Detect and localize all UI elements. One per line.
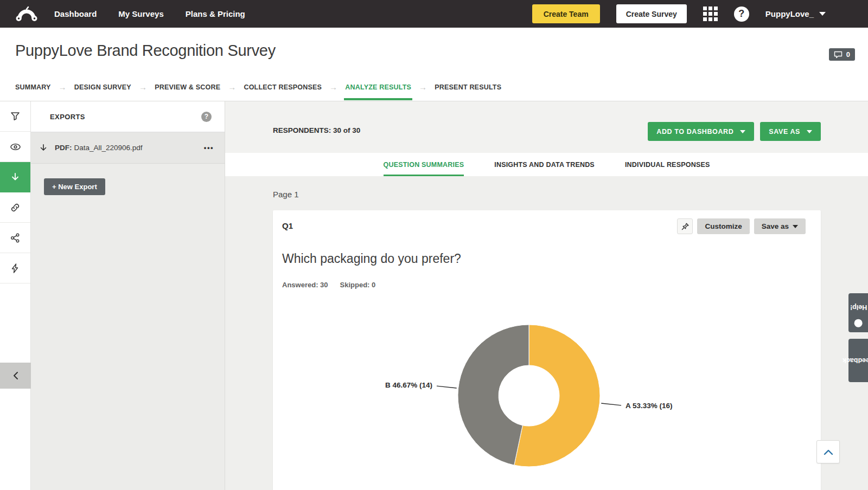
chevron-up-icon (824, 449, 833, 455)
export-more-menu-icon[interactable]: ••• (204, 144, 214, 152)
survey-title: PuppyLove Brand Recognition Survey (15, 42, 276, 60)
share-icon (10, 233, 21, 243)
question-save-as-button[interactable]: Save as (754, 218, 806, 234)
export-type: PDF: (55, 144, 72, 152)
customize-label: Customize (705, 222, 742, 230)
results-tab[interactable]: QUESTION SUMMARIES (384, 153, 464, 176)
step-arrow-icon: → (59, 82, 67, 92)
chevron-left-icon (12, 371, 20, 380)
question-card: Q1 Customize Save as Which packaging do … (273, 210, 821, 490)
save-as-label: SAVE AS (769, 128, 800, 136)
help-tab-label: Help! (850, 304, 866, 311)
download-icon (10, 172, 21, 183)
export-file-label: PDF:Data_All_220906.pdf (55, 144, 143, 152)
preview-rail-item[interactable] (0, 132, 30, 162)
left-icon-rail (0, 101, 31, 490)
page-header: PuppyLove Brand Recognition Survey 0 (0, 28, 868, 73)
respondents-bar: RESPONDENTS: 30 of 30 ADD TO DASHBOARD S… (225, 101, 868, 153)
topnav-right: Create Team Create Survey ? PuppyLove_ (532, 4, 854, 23)
survey-step[interactable]: DESIGN SURVEY → (74, 82, 155, 92)
donut-slice-label: B 46.67% (14) (385, 381, 432, 389)
donut-slice-label: A 53.33% (16) (626, 402, 673, 410)
nav-my-surveys[interactable]: My Surveys (118, 9, 163, 18)
feedback-tab-label: Feedback (843, 357, 868, 364)
add-to-dashboard-button[interactable]: ADD TO DASHBOARD (648, 122, 754, 141)
filter-rail-item[interactable] (0, 101, 30, 132)
step-arrow-icon: → (419, 82, 427, 92)
donut-callout-line (601, 403, 621, 405)
question-number: Q1 (282, 221, 293, 230)
automate-rail-item[interactable] (0, 253, 30, 283)
pushpin-icon (680, 222, 690, 231)
feedback-edge-tab[interactable]: Feedback (848, 339, 868, 382)
new-export-button[interactable]: + New Export (44, 178, 105, 195)
step-arrow-icon: → (228, 82, 236, 92)
analyze-results-main: RESPONDENTS: 30 of 30 ADD TO DASHBOARD S… (225, 101, 868, 490)
survey-step[interactable]: PRESENT RESULTS → (435, 83, 501, 91)
question-save-as-label: Save as (762, 222, 789, 230)
customize-button[interactable]: Customize (697, 218, 749, 234)
survey-steps-bar: SUMMARY → DESIGN SURVEY → PREVIEW & SCOR… (0, 73, 868, 101)
exports-rail-item[interactable] (0, 162, 30, 192)
exports-title: EXPORTS (50, 113, 85, 121)
exports-help-icon[interactable]: ? (201, 112, 212, 122)
nav-plans-pricing[interactable]: Plans & Pricing (186, 9, 245, 18)
apps-grid-icon[interactable] (703, 7, 718, 21)
results-tabs: QUESTION SUMMARIES INSIGHTS AND DATA TRE… (225, 153, 868, 176)
lightning-icon (10, 263, 21, 274)
question-card-actions: Customize Save as (677, 218, 806, 234)
chevron-down-icon (819, 12, 826, 16)
create-team-button[interactable]: Create Team (532, 4, 600, 23)
user-menu[interactable]: PuppyLove_ (765, 9, 826, 18)
create-survey-button[interactable]: Create Survey (616, 4, 687, 23)
exports-header: EXPORTS ? (31, 101, 225, 132)
results-tabs-bar: QUESTION SUMMARIES INSIGHTS AND DATA TRE… (225, 153, 868, 176)
results-tab[interactable]: INSIGHTS AND DATA TRENDS (494, 153, 595, 176)
exports-panel: EXPORTS ? PDF:Data_All_220906.pdf ••• + … (31, 101, 225, 490)
results-tab[interactable]: INDIVIDUAL RESPONSES (625, 153, 710, 176)
survey-steps: SUMMARY → DESIGN SURVEY → PREVIEW & SCOR… (0, 73, 868, 101)
export-filename: Data_All_220906.pdf (74, 144, 143, 152)
surveymonkey-logo[interactable] (14, 5, 39, 23)
filter-icon (10, 111, 21, 122)
answered-count: Answered: 30 (282, 281, 328, 289)
help-edge-tab[interactable]: ?Help! (848, 293, 868, 332)
donut-chart-svg: A 53.33% (16)B 46.67% (14) (273, 304, 821, 490)
nav-dashboard[interactable]: Dashboard (54, 9, 97, 18)
collapse-panel-button[interactable] (0, 363, 31, 389)
question-title: Which packaging do you prefer? (282, 252, 461, 266)
link-icon (10, 202, 21, 213)
survey-step[interactable]: COLLECT RESPONSES → (244, 82, 345, 92)
speech-bubble-icon (834, 51, 843, 59)
survey-step[interactable]: SUMMARY → (15, 82, 74, 92)
comments-badge[interactable]: 0 (829, 48, 855, 61)
survey-step[interactable]: ANALYZE RESULTS → (345, 82, 435, 92)
skipped-count: Skipped: 0 (340, 281, 376, 289)
donut-slice-B[interactable] (458, 325, 529, 465)
shared-data-rail-item[interactable] (0, 192, 30, 223)
scroll-to-top-button[interactable] (816, 440, 840, 463)
step-arrow-icon: → (329, 82, 337, 92)
share-rail-item[interactable] (0, 223, 30, 253)
chevron-down-icon (740, 130, 745, 133)
download-icon (39, 143, 48, 153)
username: PuppyLove_ (765, 9, 814, 18)
help-icon[interactable]: ? (734, 7, 749, 22)
survey-step[interactable]: PREVIEW & SCORE → (155, 82, 244, 92)
save-as-button[interactable]: SAVE AS (760, 122, 821, 141)
chevron-down-icon (807, 130, 812, 133)
comments-count: 0 (846, 50, 850, 59)
export-row[interactable]: PDF:Data_All_220906.pdf ••• (31, 132, 225, 164)
question-circle-icon: ? (854, 319, 863, 327)
chevron-down-icon (793, 225, 798, 228)
add-to-dashboard-label: ADD TO DASHBOARD (656, 128, 733, 136)
respondents-actions: ADD TO DASHBOARD SAVE AS (648, 122, 821, 141)
question-stats: Answered: 30 Skipped: 0 (282, 281, 375, 289)
page-label: Page 1 (273, 190, 299, 199)
donut-callout-line (437, 386, 457, 388)
step-arrow-icon: → (139, 82, 147, 92)
respondents-count: RESPONDENTS: 30 of 30 (273, 126, 360, 134)
top-navigation: Dashboard My Surveys Plans & Pricing Cre… (0, 0, 868, 28)
pin-button[interactable] (677, 218, 693, 234)
eye-icon (10, 141, 21, 152)
